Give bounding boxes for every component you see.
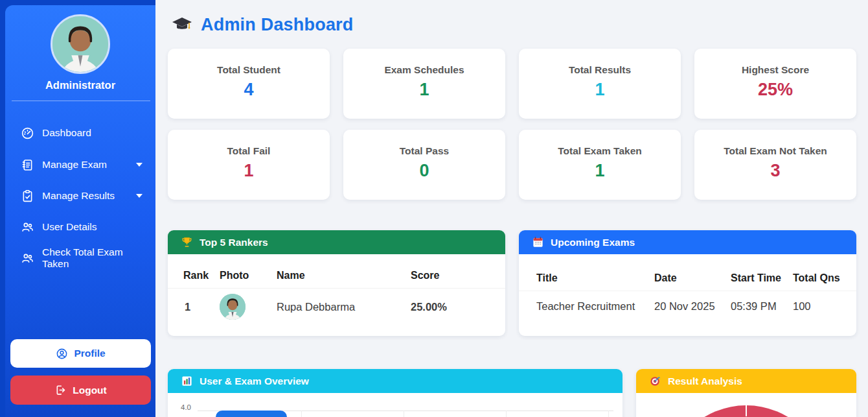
profile-button[interactable]: Profile <box>10 339 151 368</box>
gridline-vertical <box>301 411 302 417</box>
avatar-photo-placeholder <box>52 16 108 72</box>
col-photo: Photo <box>220 257 277 289</box>
top-rankers-panel: Top 5 Rankers Rank Photo Name Score 1 <box>168 230 505 336</box>
col-start-time: Start Time <box>731 259 793 291</box>
logout-icon <box>54 384 67 396</box>
result-analysis-pie-chart <box>636 393 856 417</box>
stat-card-exam-schedules: Exam Schedules 1 <box>343 49 505 119</box>
pie-slice-divider <box>746 405 747 416</box>
stat-card-total-exam-not-taken: Total Exam Not Taken 3 <box>694 130 856 200</box>
stat-value: 25% <box>694 80 856 100</box>
calendar-icon <box>532 236 544 248</box>
stat-card-total-student: Total Student 4 <box>168 49 330 119</box>
rankers-header-row: Rank Photo Name Score <box>168 257 505 289</box>
stat-label: Highest Score <box>694 64 856 76</box>
sidebar-item-label: Check Total Exam Taken <box>42 246 149 270</box>
col-total-qns: Total Qns <box>793 259 856 291</box>
col-score: Score <box>411 257 505 289</box>
sidebar-item-label: Manage Results <box>42 190 115 202</box>
rankers-table: Rank Photo Name Score 1 <box>168 257 505 325</box>
col-date: Date <box>654 259 731 291</box>
gridline-vertical <box>506 411 507 417</box>
top-rankers-header: Top 5 Rankers <box>168 230 505 254</box>
user-role-label: Administrator <box>5 79 155 91</box>
stat-label: Total Results <box>519 64 681 76</box>
stat-value: 3 <box>694 161 856 181</box>
avatar <box>51 14 110 74</box>
page-title-text: Admin Dashboard <box>201 15 354 35</box>
chevron-down-icon <box>136 163 143 167</box>
stat-label: Total Fail <box>168 145 330 157</box>
target-icon <box>649 375 661 387</box>
stat-label: Total Exam Not Taken <box>694 145 856 157</box>
stat-value: 1 <box>168 161 330 181</box>
people-icon <box>21 220 34 234</box>
sidebar-item-label: Manage Exam <box>42 159 107 171</box>
stat-label: Total Student <box>168 64 330 76</box>
bar-chart-icon <box>181 375 193 387</box>
upcoming-exams-panel: Upcoming Exams Title Date Start Time Tot… <box>519 230 856 336</box>
person-circle-icon <box>56 348 68 360</box>
exam-start-time: 05:39 PM <box>731 291 793 322</box>
panel-title: Top 5 Rankers <box>200 237 268 248</box>
panel-title: User & Exam Overview <box>200 375 309 387</box>
exam-total-qns: 100 <box>793 291 856 322</box>
ranker-name: Rupa Debbarma <box>277 289 411 326</box>
stat-card-highest-score: Highest Score 25% <box>694 49 856 119</box>
panel-title: Result Analysis <box>668 375 742 387</box>
exam-date: 20 Nov 2025 <box>654 291 731 322</box>
ranker-row: 1 Rupa Deb <box>168 289 505 326</box>
ranker-photo <box>220 294 246 320</box>
stat-label: Exam Schedules <box>343 64 505 76</box>
sidebar-panel: Administrator Dashboard <box>5 5 155 417</box>
journal-text-icon <box>21 158 34 172</box>
logout-button-label: Logout <box>73 385 107 396</box>
stat-card-total-pass: Total Pass 0 <box>343 130 505 200</box>
trophy-icon <box>181 236 193 248</box>
ranker-score: 25.00% <box>411 289 505 326</box>
col-rank: Rank <box>168 257 220 289</box>
people-icon <box>21 252 34 265</box>
col-title: Title <box>519 259 654 291</box>
main-content: Admin Dashboard Total Student 4 Exam Sch… <box>155 0 868 417</box>
sidebar-item-label: User Details <box>42 221 97 233</box>
page-title: Admin Dashboard <box>172 14 354 35</box>
stat-card-total-results: Total Results 1 <box>519 49 681 119</box>
exam-title: Teacher Recruitment <box>519 291 654 322</box>
ranker-photo-placeholder <box>220 294 246 320</box>
stat-card-total-fail: Total Fail 1 <box>168 130 330 200</box>
upcoming-exams-table: Title Date Start Time Total Qns Teacher … <box>519 259 856 322</box>
bar-series-1 <box>216 411 287 417</box>
upcoming-exams-header: Upcoming Exams <box>519 230 856 254</box>
ranker-photo-cell <box>220 289 277 326</box>
gridline-vertical <box>608 411 609 417</box>
user-exam-overview-header: User & Exam Overview <box>168 369 622 393</box>
profile-button-label: Profile <box>74 348 105 359</box>
result-analysis-panel: Result Analysis <box>636 369 856 417</box>
admin-dashboard-screen: Administrator Dashboard <box>0 0 868 417</box>
stat-value: 1 <box>519 161 681 181</box>
sidebar-item-check-total-exam-taken[interactable]: Check Total Exam Taken <box>12 248 149 268</box>
stat-value: 1 <box>519 80 681 100</box>
sidebar-item-manage-results[interactable]: Manage Results <box>12 186 149 206</box>
sidebar-item-dashboard[interactable]: Dashboard <box>12 123 149 143</box>
stat-label: Total Pass <box>343 145 505 157</box>
y-axis-tick-label: 4.0 <box>181 403 191 411</box>
stat-card-total-exam-taken: Total Exam Taken 1 <box>519 130 681 200</box>
panel-title: Upcoming Exams <box>551 237 635 248</box>
logout-button[interactable]: Logout <box>10 375 151 405</box>
stat-label: Total Exam Taken <box>519 145 681 157</box>
ranker-rank: 1 <box>168 289 220 326</box>
sidebar-divider <box>12 101 150 101</box>
gridline-vertical <box>404 411 404 417</box>
col-name: Name <box>277 257 411 289</box>
chevron-down-icon <box>136 194 143 198</box>
speedometer-icon <box>21 126 34 140</box>
stat-value: 0 <box>343 161 505 181</box>
sidebar-item-manage-exam[interactable]: Manage Exam <box>12 155 149 174</box>
upcoming-header-row: Title Date Start Time Total Qns <box>519 259 856 291</box>
stat-value: 4 <box>168 80 330 100</box>
stat-value: 1 <box>343 80 505 100</box>
clipboard-check-icon <box>21 189 34 203</box>
sidebar-item-user-details[interactable]: User Details <box>12 217 149 237</box>
